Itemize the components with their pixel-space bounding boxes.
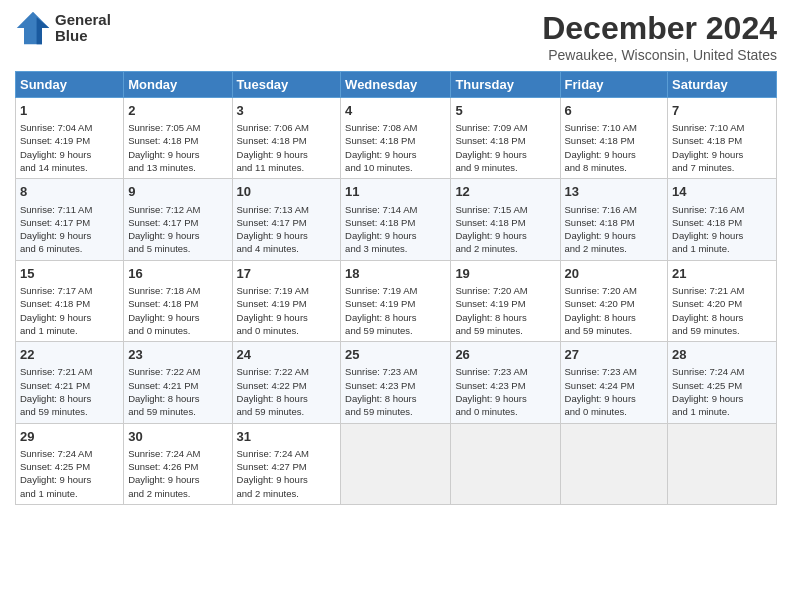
day-info: Sunrise: 7:15 AMSunset: 4:18 PMDaylight:… bbox=[455, 203, 555, 256]
day-number: 18 bbox=[345, 265, 446, 283]
day-info: Sunrise: 7:17 AMSunset: 4:18 PMDaylight:… bbox=[20, 284, 119, 337]
table-row: 5Sunrise: 7:09 AMSunset: 4:18 PMDaylight… bbox=[451, 98, 560, 179]
day-info: Sunrise: 7:16 AMSunset: 4:18 PMDaylight:… bbox=[672, 203, 772, 256]
calendar: Sunday Monday Tuesday Wednesday Thursday… bbox=[15, 71, 777, 505]
table-row: 6Sunrise: 7:10 AMSunset: 4:18 PMDaylight… bbox=[560, 98, 668, 179]
table-row: 13Sunrise: 7:16 AMSunset: 4:18 PMDayligh… bbox=[560, 179, 668, 260]
col-wednesday: Wednesday bbox=[341, 72, 451, 98]
table-row: 12Sunrise: 7:15 AMSunset: 4:18 PMDayligh… bbox=[451, 179, 560, 260]
day-number: 26 bbox=[455, 346, 555, 364]
day-info: Sunrise: 7:14 AMSunset: 4:18 PMDaylight:… bbox=[345, 203, 446, 256]
day-number: 16 bbox=[128, 265, 227, 283]
day-info: Sunrise: 7:23 AMSunset: 4:23 PMDaylight:… bbox=[455, 365, 555, 418]
calendar-week-4: 22Sunrise: 7:21 AMSunset: 4:21 PMDayligh… bbox=[16, 342, 777, 423]
table-row: 9Sunrise: 7:12 AMSunset: 4:17 PMDaylight… bbox=[124, 179, 232, 260]
day-info: Sunrise: 7:24 AMSunset: 4:27 PMDaylight:… bbox=[237, 447, 337, 500]
calendar-week-2: 8Sunrise: 7:11 AMSunset: 4:17 PMDaylight… bbox=[16, 179, 777, 260]
table-row: 25Sunrise: 7:23 AMSunset: 4:23 PMDayligh… bbox=[341, 342, 451, 423]
day-number: 14 bbox=[672, 183, 772, 201]
day-info: Sunrise: 7:09 AMSunset: 4:18 PMDaylight:… bbox=[455, 121, 555, 174]
day-number: 3 bbox=[237, 102, 337, 120]
day-info: Sunrise: 7:10 AMSunset: 4:18 PMDaylight:… bbox=[565, 121, 664, 174]
day-number: 1 bbox=[20, 102, 119, 120]
table-row: 10Sunrise: 7:13 AMSunset: 4:17 PMDayligh… bbox=[232, 179, 341, 260]
day-info: Sunrise: 7:24 AMSunset: 4:25 PMDaylight:… bbox=[672, 365, 772, 418]
day-info: Sunrise: 7:22 AMSunset: 4:21 PMDaylight:… bbox=[128, 365, 227, 418]
logo: General Blue bbox=[15, 10, 111, 46]
col-thursday: Thursday bbox=[451, 72, 560, 98]
day-info: Sunrise: 7:19 AMSunset: 4:19 PMDaylight:… bbox=[345, 284, 446, 337]
day-info: Sunrise: 7:22 AMSunset: 4:22 PMDaylight:… bbox=[237, 365, 337, 418]
table-row bbox=[341, 423, 451, 504]
header: General Blue December 2024 Pewaukee, Wis… bbox=[15, 10, 777, 63]
table-row: 4Sunrise: 7:08 AMSunset: 4:18 PMDaylight… bbox=[341, 98, 451, 179]
table-row: 31Sunrise: 7:24 AMSunset: 4:27 PMDayligh… bbox=[232, 423, 341, 504]
logo-text: General Blue bbox=[55, 12, 111, 45]
table-row: 18Sunrise: 7:19 AMSunset: 4:19 PMDayligh… bbox=[341, 260, 451, 341]
day-info: Sunrise: 7:08 AMSunset: 4:18 PMDaylight:… bbox=[345, 121, 446, 174]
day-number: 17 bbox=[237, 265, 337, 283]
table-row: 20Sunrise: 7:20 AMSunset: 4:20 PMDayligh… bbox=[560, 260, 668, 341]
calendar-week-1: 1Sunrise: 7:04 AMSunset: 4:19 PMDaylight… bbox=[16, 98, 777, 179]
day-info: Sunrise: 7:20 AMSunset: 4:20 PMDaylight:… bbox=[565, 284, 664, 337]
day-number: 29 bbox=[20, 428, 119, 446]
day-number: 15 bbox=[20, 265, 119, 283]
day-info: Sunrise: 7:10 AMSunset: 4:18 PMDaylight:… bbox=[672, 121, 772, 174]
table-row: 26Sunrise: 7:23 AMSunset: 4:23 PMDayligh… bbox=[451, 342, 560, 423]
table-row bbox=[451, 423, 560, 504]
day-number: 20 bbox=[565, 265, 664, 283]
col-sunday: Sunday bbox=[16, 72, 124, 98]
day-number: 5 bbox=[455, 102, 555, 120]
day-number: 2 bbox=[128, 102, 227, 120]
table-row bbox=[560, 423, 668, 504]
col-tuesday: Tuesday bbox=[232, 72, 341, 98]
day-number: 11 bbox=[345, 183, 446, 201]
day-number: 13 bbox=[565, 183, 664, 201]
table-row: 16Sunrise: 7:18 AMSunset: 4:18 PMDayligh… bbox=[124, 260, 232, 341]
day-number: 4 bbox=[345, 102, 446, 120]
day-number: 10 bbox=[237, 183, 337, 201]
day-info: Sunrise: 7:18 AMSunset: 4:18 PMDaylight:… bbox=[128, 284, 227, 337]
day-info: Sunrise: 7:06 AMSunset: 4:18 PMDaylight:… bbox=[237, 121, 337, 174]
calendar-week-5: 29Sunrise: 7:24 AMSunset: 4:25 PMDayligh… bbox=[16, 423, 777, 504]
table-row: 7Sunrise: 7:10 AMSunset: 4:18 PMDaylight… bbox=[668, 98, 777, 179]
table-row: 19Sunrise: 7:20 AMSunset: 4:19 PMDayligh… bbox=[451, 260, 560, 341]
table-row: 17Sunrise: 7:19 AMSunset: 4:19 PMDayligh… bbox=[232, 260, 341, 341]
day-info: Sunrise: 7:21 AMSunset: 4:20 PMDaylight:… bbox=[672, 284, 772, 337]
col-friday: Friday bbox=[560, 72, 668, 98]
day-number: 25 bbox=[345, 346, 446, 364]
table-row: 28Sunrise: 7:24 AMSunset: 4:25 PMDayligh… bbox=[668, 342, 777, 423]
table-row: 29Sunrise: 7:24 AMSunset: 4:25 PMDayligh… bbox=[16, 423, 124, 504]
day-info: Sunrise: 7:21 AMSunset: 4:21 PMDaylight:… bbox=[20, 365, 119, 418]
day-info: Sunrise: 7:05 AMSunset: 4:18 PMDaylight:… bbox=[128, 121, 227, 174]
day-number: 9 bbox=[128, 183, 227, 201]
table-row: 3Sunrise: 7:06 AMSunset: 4:18 PMDaylight… bbox=[232, 98, 341, 179]
table-row: 8Sunrise: 7:11 AMSunset: 4:17 PMDaylight… bbox=[16, 179, 124, 260]
logo-line1: General bbox=[55, 12, 111, 29]
logo-line2: Blue bbox=[55, 28, 111, 45]
day-info: Sunrise: 7:12 AMSunset: 4:17 PMDaylight:… bbox=[128, 203, 227, 256]
svg-marker-1 bbox=[37, 17, 50, 44]
table-row: 14Sunrise: 7:16 AMSunset: 4:18 PMDayligh… bbox=[668, 179, 777, 260]
day-number: 30 bbox=[128, 428, 227, 446]
day-info: Sunrise: 7:24 AMSunset: 4:26 PMDaylight:… bbox=[128, 447, 227, 500]
day-info: Sunrise: 7:19 AMSunset: 4:19 PMDaylight:… bbox=[237, 284, 337, 337]
day-number: 21 bbox=[672, 265, 772, 283]
table-row: 27Sunrise: 7:23 AMSunset: 4:24 PMDayligh… bbox=[560, 342, 668, 423]
day-number: 31 bbox=[237, 428, 337, 446]
day-info: Sunrise: 7:16 AMSunset: 4:18 PMDaylight:… bbox=[565, 203, 664, 256]
table-row: 1Sunrise: 7:04 AMSunset: 4:19 PMDaylight… bbox=[16, 98, 124, 179]
day-info: Sunrise: 7:11 AMSunset: 4:17 PMDaylight:… bbox=[20, 203, 119, 256]
day-number: 7 bbox=[672, 102, 772, 120]
day-info: Sunrise: 7:23 AMSunset: 4:23 PMDaylight:… bbox=[345, 365, 446, 418]
logo-icon bbox=[15, 10, 51, 46]
col-saturday: Saturday bbox=[668, 72, 777, 98]
day-number: 12 bbox=[455, 183, 555, 201]
day-number: 23 bbox=[128, 346, 227, 364]
table-row: 24Sunrise: 7:22 AMSunset: 4:22 PMDayligh… bbox=[232, 342, 341, 423]
table-row: 2Sunrise: 7:05 AMSunset: 4:18 PMDaylight… bbox=[124, 98, 232, 179]
table-row: 21Sunrise: 7:21 AMSunset: 4:20 PMDayligh… bbox=[668, 260, 777, 341]
table-row: 22Sunrise: 7:21 AMSunset: 4:21 PMDayligh… bbox=[16, 342, 124, 423]
table-row: 30Sunrise: 7:24 AMSunset: 4:26 PMDayligh… bbox=[124, 423, 232, 504]
main-title: December 2024 bbox=[542, 10, 777, 47]
